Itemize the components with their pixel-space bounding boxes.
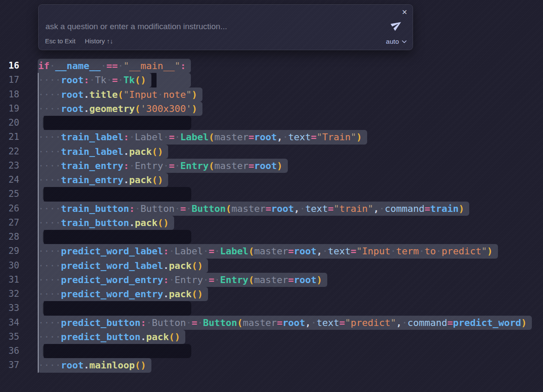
code-text: ····train_entry:·Entry·=·Entry(master=ro… — [38, 159, 283, 173]
code-token: predict_word_entry — [61, 289, 163, 299]
code-editor[interactable]: if·__name__·==·"__main__":16····root:·Tk… — [0, 59, 543, 373]
code-token: : — [163, 246, 169, 256]
code-token: train_button — [61, 217, 129, 228]
esc-hint: Esc to Exit — [45, 37, 75, 45]
code-text: ····root.title("Input·note") — [38, 87, 197, 102]
code-token: Entry — [220, 274, 248, 285]
code-token: master — [254, 246, 288, 256]
code-line[interactable]: 20 — [0, 116, 543, 130]
code-token: , — [277, 132, 282, 142]
line-number[interactable]: 34 — [0, 316, 19, 330]
code-text: ····predict_button.pack() — [38, 330, 180, 344]
send-icon[interactable] — [389, 17, 404, 33]
line-number[interactable]: 32 — [0, 287, 19, 301]
code-token: ···· — [38, 103, 61, 114]
code-line[interactable]: ····predict_word_label.pack()30 — [0, 259, 543, 273]
model-selector[interactable]: auto — [386, 38, 407, 45]
line-number[interactable]: 19 — [0, 102, 19, 116]
code-token: ( — [118, 89, 123, 100]
code-line[interactable]: ····train_label.pack()22 — [0, 145, 543, 159]
close-icon[interactable]: ✕ — [401, 8, 408, 17]
code-line[interactable]: 28 — [0, 230, 543, 244]
history-hint[interactable]: History ↑↓ — [85, 37, 113, 45]
code-token: pack — [129, 175, 152, 185]
code-line[interactable]: ····train_entry:·Entry·=·Entry(master=ro… — [0, 159, 543, 173]
line-number[interactable]: 31 — [0, 273, 19, 287]
code-token: predict_word_entry — [61, 274, 163, 285]
line-number[interactable]: 21 — [0, 130, 19, 144]
code-token: ) — [459, 203, 464, 214]
code-line[interactable]: 25 — [0, 187, 543, 201]
line-number[interactable]: 25 — [0, 187, 19, 201]
code-token: · — [436, 246, 441, 256]
line-number[interactable]: 30 — [0, 259, 19, 273]
code-token: · — [135, 203, 140, 214]
code-token: ···· — [38, 289, 61, 299]
code-token: · — [322, 246, 328, 256]
code-token: () — [192, 289, 203, 299]
line-number[interactable]: 29 — [0, 244, 19, 258]
code-text: ····root:·Tk·=·Tk() — [38, 73, 146, 87]
code-token: = — [425, 203, 430, 214]
code-token: ) — [317, 274, 322, 285]
prompt-input[interactable] — [45, 19, 381, 34]
line-number[interactable]: 24 — [0, 173, 19, 187]
code-line[interactable]: if·__name__·==·"__main__":16 — [0, 59, 543, 73]
line-number[interactable]: 37 — [0, 358, 19, 372]
code-line[interactable]: ····predict_button.pack()35 — [0, 330, 543, 344]
line-number[interactable]: 28 — [0, 230, 19, 244]
line-number[interactable]: 18 — [0, 87, 19, 102]
code-token: mainloop — [89, 360, 135, 371]
code-token: Label — [180, 132, 208, 142]
code-token: == — [106, 60, 118, 71]
code-token: __name__ — [55, 60, 101, 71]
code-line[interactable]: ····predict_word_label:·Label·=·Label(ma… — [0, 244, 543, 258]
code-line[interactable]: ····train_button.pack()27 — [0, 216, 543, 230]
code-line[interactable]: ····root.title("Input·note")18 — [0, 87, 543, 102]
code-token: · — [203, 274, 208, 285]
code-token: ' — [186, 103, 191, 114]
code-token: predict_button — [61, 332, 140, 342]
code-line[interactable]: ····root:·Tk·=·Tk()17 — [0, 73, 543, 87]
code-token: ) — [487, 246, 493, 256]
code-token: master — [231, 203, 265, 214]
code-line[interactable]: ····train_label:·Label·=·Label(master=ro… — [0, 130, 543, 144]
code-token: · — [214, 246, 220, 256]
code-token: " — [124, 60, 129, 71]
code-token: . — [124, 146, 129, 157]
code-line[interactable]: ····predict_button:·Button·=·Button(mast… — [0, 316, 543, 330]
code-token: · — [101, 60, 106, 71]
line-number[interactable]: 20 — [0, 116, 19, 130]
code-line[interactable]: 36 — [0, 344, 543, 358]
indent-guide — [38, 73, 39, 372]
line-number[interactable]: 33 — [0, 301, 19, 315]
code-text: ····root.geometry('300x300') — [38, 102, 197, 116]
code-line[interactable]: ····root.mainloop()37 — [0, 358, 543, 372]
code-token: " — [186, 89, 191, 100]
line-number[interactable]: 16 — [0, 59, 19, 73]
empty-line-block — [43, 301, 191, 315]
code-token: text — [328, 246, 351, 256]
line-number[interactable]: 22 — [0, 145, 19, 159]
code-token: Input — [129, 89, 157, 100]
line-number[interactable]: 26 — [0, 202, 19, 216]
line-number[interactable]: 17 — [0, 73, 19, 87]
code-line[interactable]: 33 — [0, 301, 543, 315]
code-token: ···· — [38, 89, 61, 100]
line-number[interactable]: 35 — [0, 330, 19, 344]
code-line[interactable]: ····train_entry.pack()24 — [0, 173, 543, 187]
code-token: master — [243, 317, 277, 328]
code-line[interactable]: ····root.geometry('300x300')19 — [0, 102, 543, 116]
code-token: · — [106, 75, 112, 85]
code-token: · — [169, 274, 175, 285]
line-number[interactable]: 36 — [0, 344, 19, 358]
line-number[interactable]: 27 — [0, 216, 19, 230]
code-line[interactable]: ····train_button:·Button·=·Button(master… — [0, 202, 543, 216]
code-line[interactable]: ····predict_word_entry.pack()32 — [0, 287, 543, 301]
code-token: Label — [220, 246, 248, 256]
code-token: ) — [277, 160, 282, 171]
code-line[interactable]: ····predict_word_entry:·Entry·=·Entry(ma… — [0, 273, 543, 287]
line-number[interactable]: 23 — [0, 159, 19, 173]
code-token: train_label — [61, 146, 124, 157]
empty-line-block — [43, 187, 191, 201]
